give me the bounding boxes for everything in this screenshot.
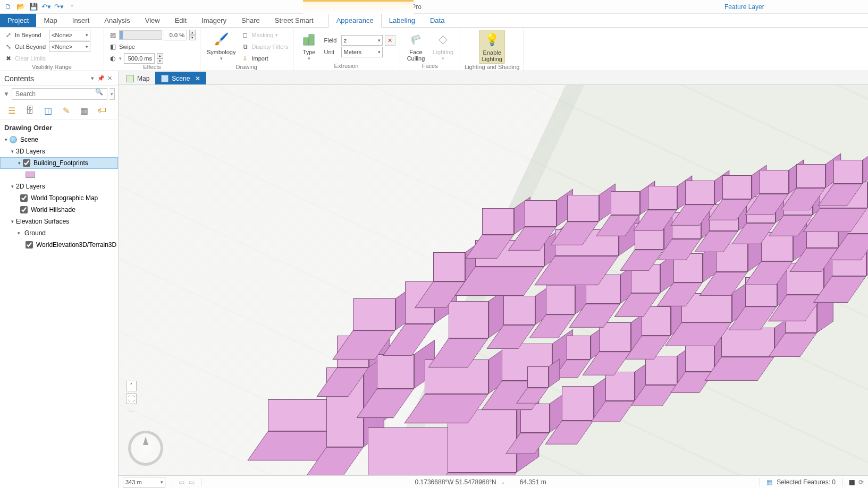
field-label: Field bbox=[324, 37, 339, 44]
unit-label: Unit bbox=[324, 49, 339, 55]
effects-caption: Effects bbox=[108, 64, 196, 71]
tab-insert[interactable]: Insert bbox=[65, 14, 97, 27]
expression-button[interactable]: ✕ bbox=[385, 35, 395, 46]
tab-imagery[interactable]: Imagery bbox=[194, 14, 234, 27]
tree-building-footprints[interactable]: ▾ Building_Footprints bbox=[0, 157, 118, 169]
tab-view[interactable]: View bbox=[138, 14, 167, 27]
tree-2d-layers[interactable]: ▾2D Layers bbox=[0, 181, 118, 192]
pane-menu-icon[interactable]: ▾ bbox=[88, 75, 97, 82]
tree-elevation-surfaces[interactable]: ▾Elevation Surfaces bbox=[0, 216, 118, 227]
face-culling-button[interactable]: Face Culling bbox=[404, 30, 428, 63]
list-by-drawing-order-icon[interactable]: ☰ bbox=[6, 105, 17, 116]
extrusion-type-icon bbox=[301, 31, 318, 48]
nav-handle-icon[interactable]: ⋯ bbox=[126, 406, 137, 417]
out-beyond-combo[interactable]: <None> bbox=[49, 41, 90, 52]
tab-appearance[interactable]: Appearance bbox=[328, 13, 382, 28]
scene-label: Scene bbox=[20, 136, 38, 143]
nav-up-icon[interactable]: ˄ bbox=[126, 381, 137, 391]
world-hillshade-checkbox[interactable] bbox=[20, 206, 28, 213]
ribbon-group-lighting-shading: 💡 Enable Lighting Lighting and Shading bbox=[460, 28, 524, 71]
transparency-value[interactable]: 0.0 % bbox=[164, 30, 187, 40]
nav-full-icon[interactable]: ⛶ bbox=[126, 393, 137, 404]
list-by-selection-icon[interactable]: ◫ bbox=[43, 105, 53, 116]
tree-scene[interactable]: ▾ Scene bbox=[0, 134, 118, 145]
compass[interactable] bbox=[128, 431, 163, 466]
list-by-labeling-icon[interactable]: 🏷 bbox=[97, 105, 107, 116]
new-project-icon[interactable]: 🗋 bbox=[3, 2, 13, 12]
building bbox=[567, 336, 591, 359]
flicker-icon[interactable]: ◐ bbox=[108, 54, 117, 63]
drawing-order-heading: Drawing Order bbox=[0, 122, 118, 134]
building bbox=[796, 164, 825, 188]
extrusion-type-button[interactable]: Type ▾ bbox=[298, 30, 321, 63]
redo-icon[interactable]: ↷▾ bbox=[54, 2, 64, 12]
tab-map[interactable]: Map bbox=[36, 14, 64, 27]
building-footprints-checkbox[interactable] bbox=[23, 159, 30, 167]
world-elevation-checkbox[interactable] bbox=[26, 241, 33, 249]
symbology-button[interactable]: 🖌️ Symbology ▾ bbox=[205, 30, 238, 63]
tree-world-elevation[interactable]: WorldElevation3D/Terrain3D bbox=[0, 239, 118, 251]
list-by-editing-icon[interactable]: ✎ bbox=[61, 105, 71, 116]
constraint-icon-1[interactable]: ▭ bbox=[179, 478, 184, 486]
tree-swatch-row bbox=[0, 169, 118, 181]
close-icon[interactable]: ✕ bbox=[105, 75, 114, 82]
autohide-icon[interactable]: 📌 bbox=[97, 75, 105, 82]
swipe-label[interactable]: Swipe bbox=[119, 44, 135, 50]
layers2d-label: 2D Layers bbox=[16, 183, 45, 190]
save-project-icon[interactable]: 💾 bbox=[29, 2, 38, 12]
filter-icon[interactable]: ▼ bbox=[3, 90, 10, 98]
undo-icon[interactable]: ↶▾ bbox=[41, 2, 51, 12]
tree-world-topo[interactable]: World Topographic Map bbox=[0, 192, 118, 204]
tab-project[interactable]: Project bbox=[0, 14, 36, 27]
close-tab-icon[interactable]: ✕ bbox=[195, 75, 200, 82]
list-by-source-icon[interactable]: 🗄 bbox=[24, 105, 35, 116]
search-options-icon[interactable]: ▾ bbox=[109, 88, 115, 100]
transparency-slider[interactable] bbox=[119, 30, 162, 40]
selected-features-icon[interactable]: ▦ bbox=[766, 478, 772, 486]
coord-dropdown-icon[interactable]: ⌄ bbox=[501, 479, 505, 485]
quick-access-toolbar: 🗋 📂 💾 ↶▾ ↷▾ ⁼ bbox=[0, 2, 80, 12]
tab-street-smart[interactable]: Street Smart bbox=[267, 14, 321, 27]
tree-world-hillshade[interactable]: World Hillshade bbox=[0, 204, 118, 216]
symbology-label: Symbology bbox=[207, 49, 235, 55]
refresh-icon[interactable]: ⟳ bbox=[858, 478, 864, 486]
search-input[interactable] bbox=[12, 88, 107, 100]
swipe-icon[interactable]: ◧ bbox=[108, 42, 117, 51]
view-tab-scene[interactable]: Scene ✕ bbox=[155, 72, 206, 84]
tab-share[interactable]: Share bbox=[234, 14, 267, 27]
building bbox=[611, 191, 640, 215]
open-project-icon[interactable]: 📂 bbox=[16, 2, 26, 12]
svg-rect-1 bbox=[309, 35, 314, 45]
flicker-value[interactable]: 500.0 ms bbox=[124, 53, 155, 64]
enable-lighting-button[interactable]: 💡 Enable Lighting bbox=[479, 30, 505, 64]
scene-view[interactable]: ˄ ⛶ ⋯ bbox=[119, 85, 868, 475]
import-icon[interactable]: ⇩ bbox=[241, 54, 249, 63]
field-combo[interactable]: z bbox=[341, 35, 383, 46]
transparency-spinner[interactable]: ▴▾ bbox=[189, 30, 196, 40]
extrusion-caption: Extrusion bbox=[298, 63, 395, 71]
layers3d-label: 3D Layers bbox=[16, 148, 45, 155]
tab-analysis[interactable]: Analysis bbox=[97, 14, 137, 27]
tree-ground[interactable]: ▾Ground bbox=[0, 227, 118, 239]
ribbon-group-drawing: 🖌️ Symbology ▾ ◻Masking ▾ ⧉Display Filte… bbox=[200, 28, 293, 71]
in-beyond-combo[interactable]: <None> bbox=[49, 30, 90, 40]
pause-drawing-icon[interactable]: ▮▮ bbox=[849, 478, 854, 486]
world-topo-checkbox[interactable] bbox=[20, 194, 28, 202]
scale-combo[interactable]: 343 m bbox=[123, 477, 165, 487]
view-tab-map[interactable]: Map bbox=[121, 72, 155, 84]
flicker-spinner[interactable]: ▴▾ bbox=[157, 53, 163, 64]
tab-labeling[interactable]: Labeling bbox=[382, 14, 423, 27]
import-label[interactable]: Import bbox=[251, 55, 268, 62]
qat-customize-icon[interactable]: ⁼ bbox=[67, 2, 77, 12]
list-by-snapping-icon[interactable]: ▦ bbox=[79, 105, 89, 116]
display-filters-icon: ⧉ bbox=[241, 42, 249, 51]
constraint-icon-2[interactable]: ▭ bbox=[189, 478, 195, 486]
contents-pane: Contents ▾ 📌 ✕ ▼ 🔍 ▾ ☰ 🗄 ◫ ✎ ▦ 🏷 Drawing… bbox=[0, 71, 119, 488]
unit-combo[interactable]: Meters bbox=[341, 47, 383, 57]
transparency-icon[interactable]: ▨ bbox=[108, 31, 117, 39]
flicker-dd-icon[interactable]: ▾ bbox=[119, 56, 122, 61]
tree-3d-layers[interactable]: ▾3D Layers bbox=[0, 145, 118, 157]
world-hillshade-label: World Hillshade bbox=[31, 206, 75, 213]
tab-data[interactable]: Data bbox=[423, 14, 452, 27]
tab-edit[interactable]: Edit bbox=[167, 14, 194, 27]
